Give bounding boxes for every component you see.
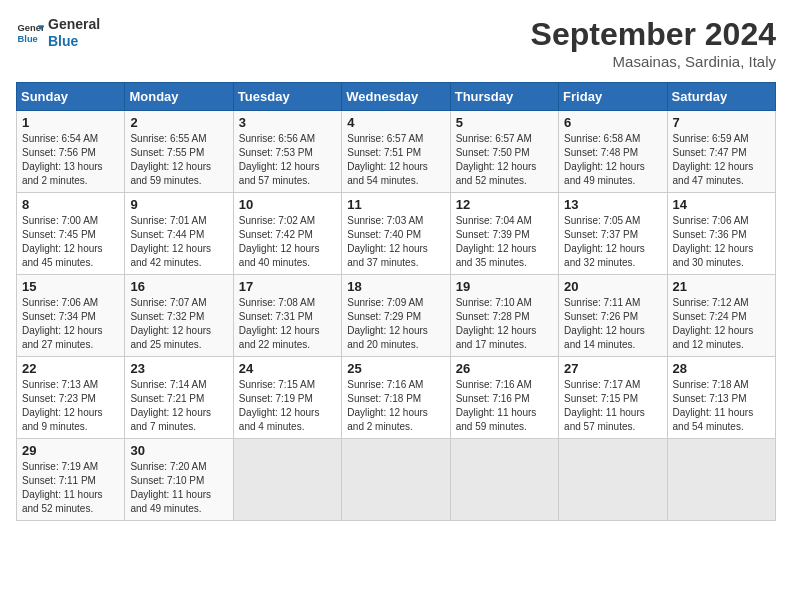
calendar-cell: 23Sunrise: 7:14 AM Sunset: 7:21 PM Dayli… (125, 357, 233, 439)
day-info: Sunrise: 7:06 AM Sunset: 7:34 PM Dayligh… (22, 296, 119, 352)
month-title: September 2024 (531, 16, 776, 53)
day-number: 1 (22, 115, 119, 130)
calendar-cell: 22Sunrise: 7:13 AM Sunset: 7:23 PM Dayli… (17, 357, 125, 439)
calendar-cell (233, 439, 341, 521)
day-info: Sunrise: 6:57 AM Sunset: 7:51 PM Dayligh… (347, 132, 444, 188)
day-info: Sunrise: 7:01 AM Sunset: 7:44 PM Dayligh… (130, 214, 227, 270)
day-number: 8 (22, 197, 119, 212)
col-header-monday: Monday (125, 83, 233, 111)
day-number: 15 (22, 279, 119, 294)
col-header-thursday: Thursday (450, 83, 558, 111)
logo-line1: General (48, 16, 100, 33)
day-info: Sunrise: 7:00 AM Sunset: 7:45 PM Dayligh… (22, 214, 119, 270)
logo-line2: Blue (48, 33, 100, 50)
calendar-cell: 10Sunrise: 7:02 AM Sunset: 7:42 PM Dayli… (233, 193, 341, 275)
day-number: 24 (239, 361, 336, 376)
calendar-cell (559, 439, 667, 521)
calendar-cell: 14Sunrise: 7:06 AM Sunset: 7:36 PM Dayli… (667, 193, 775, 275)
day-number: 3 (239, 115, 336, 130)
calendar-cell: 19Sunrise: 7:10 AM Sunset: 7:28 PM Dayli… (450, 275, 558, 357)
day-info: Sunrise: 7:03 AM Sunset: 7:40 PM Dayligh… (347, 214, 444, 270)
day-number: 29 (22, 443, 119, 458)
col-header-wednesday: Wednesday (342, 83, 450, 111)
day-info: Sunrise: 7:06 AM Sunset: 7:36 PM Dayligh… (673, 214, 770, 270)
svg-text:Blue: Blue (18, 34, 38, 44)
calendar-cell: 16Sunrise: 7:07 AM Sunset: 7:32 PM Dayli… (125, 275, 233, 357)
day-number: 14 (673, 197, 770, 212)
day-info: Sunrise: 7:13 AM Sunset: 7:23 PM Dayligh… (22, 378, 119, 434)
day-number: 12 (456, 197, 553, 212)
calendar-cell: 1Sunrise: 6:54 AM Sunset: 7:56 PM Daylig… (17, 111, 125, 193)
day-info: Sunrise: 7:05 AM Sunset: 7:37 PM Dayligh… (564, 214, 661, 270)
day-number: 7 (673, 115, 770, 130)
day-info: Sunrise: 7:16 AM Sunset: 7:18 PM Dayligh… (347, 378, 444, 434)
calendar-cell: 21Sunrise: 7:12 AM Sunset: 7:24 PM Dayli… (667, 275, 775, 357)
day-info: Sunrise: 7:16 AM Sunset: 7:16 PM Dayligh… (456, 378, 553, 434)
day-info: Sunrise: 7:20 AM Sunset: 7:10 PM Dayligh… (130, 460, 227, 516)
day-number: 18 (347, 279, 444, 294)
logo-icon: General Blue (16, 19, 44, 47)
day-info: Sunrise: 7:18 AM Sunset: 7:13 PM Dayligh… (673, 378, 770, 434)
day-number: 13 (564, 197, 661, 212)
calendar-cell: 9Sunrise: 7:01 AM Sunset: 7:44 PM Daylig… (125, 193, 233, 275)
calendar-cell: 24Sunrise: 7:15 AM Sunset: 7:19 PM Dayli… (233, 357, 341, 439)
day-info: Sunrise: 7:10 AM Sunset: 7:28 PM Dayligh… (456, 296, 553, 352)
location-subtitle: Masainas, Sardinia, Italy (531, 53, 776, 70)
day-info: Sunrise: 6:56 AM Sunset: 7:53 PM Dayligh… (239, 132, 336, 188)
day-info: Sunrise: 7:08 AM Sunset: 7:31 PM Dayligh… (239, 296, 336, 352)
calendar-cell: 7Sunrise: 6:59 AM Sunset: 7:47 PM Daylig… (667, 111, 775, 193)
day-info: Sunrise: 6:54 AM Sunset: 7:56 PM Dayligh… (22, 132, 119, 188)
day-info: Sunrise: 6:55 AM Sunset: 7:55 PM Dayligh… (130, 132, 227, 188)
day-info: Sunrise: 7:04 AM Sunset: 7:39 PM Dayligh… (456, 214, 553, 270)
day-number: 22 (22, 361, 119, 376)
day-number: 2 (130, 115, 227, 130)
calendar-cell (667, 439, 775, 521)
calendar-cell: 13Sunrise: 7:05 AM Sunset: 7:37 PM Dayli… (559, 193, 667, 275)
day-number: 30 (130, 443, 227, 458)
day-info: Sunrise: 7:14 AM Sunset: 7:21 PM Dayligh… (130, 378, 227, 434)
day-number: 5 (456, 115, 553, 130)
calendar-cell: 30Sunrise: 7:20 AM Sunset: 7:10 PM Dayli… (125, 439, 233, 521)
calendar-cell (342, 439, 450, 521)
day-number: 17 (239, 279, 336, 294)
day-number: 4 (347, 115, 444, 130)
day-number: 21 (673, 279, 770, 294)
calendar-cell: 8Sunrise: 7:00 AM Sunset: 7:45 PM Daylig… (17, 193, 125, 275)
logo: General Blue General Blue (16, 16, 100, 50)
calendar-cell: 6Sunrise: 6:58 AM Sunset: 7:48 PM Daylig… (559, 111, 667, 193)
day-number: 6 (564, 115, 661, 130)
day-info: Sunrise: 7:17 AM Sunset: 7:15 PM Dayligh… (564, 378, 661, 434)
calendar-cell: 28Sunrise: 7:18 AM Sunset: 7:13 PM Dayli… (667, 357, 775, 439)
calendar-cell: 17Sunrise: 7:08 AM Sunset: 7:31 PM Dayli… (233, 275, 341, 357)
day-info: Sunrise: 6:57 AM Sunset: 7:50 PM Dayligh… (456, 132, 553, 188)
calendar-cell: 2Sunrise: 6:55 AM Sunset: 7:55 PM Daylig… (125, 111, 233, 193)
day-number: 16 (130, 279, 227, 294)
col-header-friday: Friday (559, 83, 667, 111)
day-number: 10 (239, 197, 336, 212)
calendar-cell: 20Sunrise: 7:11 AM Sunset: 7:26 PM Dayli… (559, 275, 667, 357)
day-number: 9 (130, 197, 227, 212)
calendar-cell: 18Sunrise: 7:09 AM Sunset: 7:29 PM Dayli… (342, 275, 450, 357)
day-number: 25 (347, 361, 444, 376)
day-number: 23 (130, 361, 227, 376)
day-number: 20 (564, 279, 661, 294)
day-info: Sunrise: 7:07 AM Sunset: 7:32 PM Dayligh… (130, 296, 227, 352)
calendar-table: SundayMondayTuesdayWednesdayThursdayFrid… (16, 82, 776, 521)
header: General Blue General Blue September 2024… (16, 16, 776, 70)
calendar-cell: 5Sunrise: 6:57 AM Sunset: 7:50 PM Daylig… (450, 111, 558, 193)
calendar-cell: 12Sunrise: 7:04 AM Sunset: 7:39 PM Dayli… (450, 193, 558, 275)
calendar-cell: 11Sunrise: 7:03 AM Sunset: 7:40 PM Dayli… (342, 193, 450, 275)
day-info: Sunrise: 7:09 AM Sunset: 7:29 PM Dayligh… (347, 296, 444, 352)
col-header-saturday: Saturday (667, 83, 775, 111)
calendar-cell: 29Sunrise: 7:19 AM Sunset: 7:11 PM Dayli… (17, 439, 125, 521)
calendar-cell: 27Sunrise: 7:17 AM Sunset: 7:15 PM Dayli… (559, 357, 667, 439)
day-number: 19 (456, 279, 553, 294)
day-info: Sunrise: 6:59 AM Sunset: 7:47 PM Dayligh… (673, 132, 770, 188)
day-number: 28 (673, 361, 770, 376)
calendar-cell (450, 439, 558, 521)
day-number: 11 (347, 197, 444, 212)
day-number: 27 (564, 361, 661, 376)
title-block: September 2024 Masainas, Sardinia, Italy (531, 16, 776, 70)
day-info: Sunrise: 7:12 AM Sunset: 7:24 PM Dayligh… (673, 296, 770, 352)
calendar-cell: 25Sunrise: 7:16 AM Sunset: 7:18 PM Dayli… (342, 357, 450, 439)
